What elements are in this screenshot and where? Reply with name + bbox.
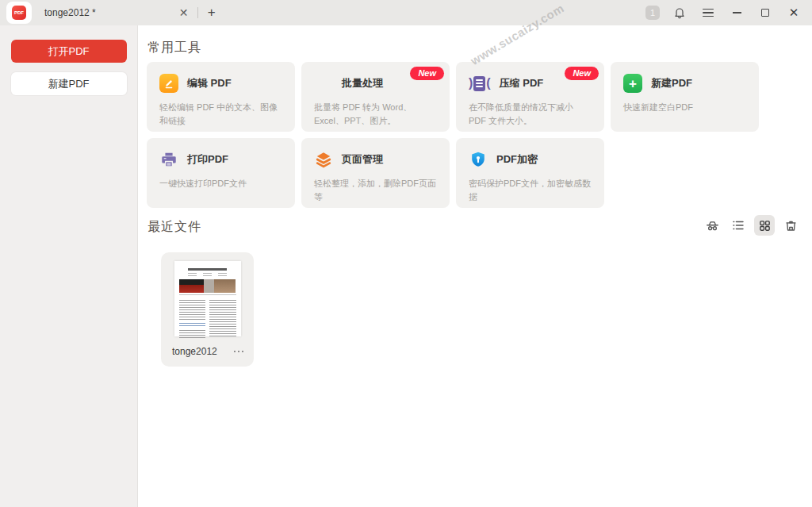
compress-pdf-icon: )( — [469, 74, 491, 93]
document-tab-title[interactable]: tonge2012 * — [44, 7, 96, 18]
tool-card-page-manage[interactable]: 页面管理 轻松整理，添加，删除PDF页面等 — [301, 138, 450, 208]
grid-view-icon[interactable] — [754, 215, 775, 236]
window-close-icon[interactable]: ✕ — [785, 4, 802, 21]
tool-title: 页面管理 — [342, 152, 383, 167]
document-thumbnail — [174, 261, 241, 336]
pdf-logo-icon: PDF — [12, 6, 26, 20]
tools-grid: 编辑 PDF 轻松编辑 PDF 中的文本、图像和链接 New 批量处理 批量将 … — [147, 62, 759, 208]
maximize-icon[interactable] — [756, 4, 774, 21]
tool-title: 编辑 PDF — [187, 76, 232, 90]
tool-desc: 轻松整理，添加，删除PDF页面等 — [314, 177, 439, 204]
tool-desc: 快速新建空白PDF — [623, 101, 748, 114]
tool-desc: 轻松编辑 PDF 中的文本、图像和链接 — [159, 101, 284, 128]
tool-title: 打印PDF — [187, 152, 228, 167]
more-options-icon[interactable] — [234, 351, 244, 353]
new-badge: New — [410, 67, 444, 80]
open-pdf-button[interactable]: 打开PDF — [11, 40, 127, 63]
clear-recent-icon[interactable] — [780, 215, 801, 236]
tool-card-compress-pdf[interactable]: New )( 压缩 PDF 在不降低质量的情况下减小 PDF 文件大小。 — [456, 62, 604, 132]
tool-desc: 在不降低质量的情况下减小 PDF 文件大小。 — [469, 101, 593, 128]
tool-desc: 一键快速打印PDF文件 — [159, 177, 284, 190]
recent-file-name: tonge2012 — [172, 346, 217, 357]
print-pdf-icon — [159, 150, 178, 169]
notification-count-badge[interactable]: 1 — [645, 6, 660, 20]
tool-desc: 密码保护PDF文件，加密敏感数据 — [469, 177, 593, 204]
titlebar: PDF tonge2012 * ✕ + 1 ✕ — [0, 0, 812, 25]
batch-process-icon — [314, 74, 333, 93]
tool-card-print-pdf[interactable]: 打印PDF 一键快速打印PDF文件 — [147, 138, 295, 208]
tool-card-edit-pdf[interactable]: 编辑 PDF 轻松编辑 PDF 中的文本、图像和链接 — [147, 62, 295, 132]
app-icon: PDF — [6, 2, 32, 24]
new-badge: New — [565, 67, 599, 80]
recent-view-toolbar — [702, 215, 801, 236]
incognito-icon[interactable] — [702, 215, 722, 236]
recent-file-card[interactable]: tonge2012 — [161, 252, 254, 367]
main-content: 常用工具 编辑 PDF 轻松编辑 PDF 中的文本、图像和链接 New 批量处理… — [139, 25, 812, 507]
bell-icon[interactable] — [671, 4, 688, 21]
create-pdf-icon: + — [623, 74, 642, 93]
tab-close-icon[interactable]: ✕ — [175, 4, 193, 21]
menu-icon[interactable] — [699, 4, 717, 21]
edit-pdf-icon — [159, 74, 178, 93]
encrypt-pdf-icon — [469, 150, 488, 169]
sidebar: 打开PDF 新建PDF — [0, 25, 138, 507]
minimize-icon[interactable] — [728, 4, 745, 21]
recent-files-heading: 最近文件 — [147, 219, 201, 236]
tool-title: PDF加密 — [496, 152, 538, 167]
list-view-icon[interactable] — [728, 215, 749, 236]
tool-card-batch-process[interactable]: New 批量处理 批量将 PDF 转为 Word、Excel、PPT、图片。 — [301, 62, 450, 132]
page-manage-icon — [314, 150, 333, 169]
common-tools-heading: 常用工具 — [147, 40, 201, 56]
tool-title: 批量处理 — [342, 76, 383, 90]
tool-title: 新建PDF — [651, 76, 692, 90]
tab-separator — [197, 7, 198, 18]
new-tab-button[interactable]: + — [203, 4, 220, 21]
tool-card-encrypt-pdf[interactable]: PDF加密 密码保护PDF文件，加密敏感数据 — [456, 138, 604, 208]
tool-desc: 批量将 PDF 转为 Word、Excel、PPT、图片。 — [314, 101, 439, 128]
tool-card-create-pdf[interactable]: + 新建PDF 快速新建空白PDF — [611, 62, 759, 132]
tool-title: 压缩 PDF — [500, 76, 544, 90]
new-pdf-button[interactable]: 新建PDF — [11, 72, 127, 95]
